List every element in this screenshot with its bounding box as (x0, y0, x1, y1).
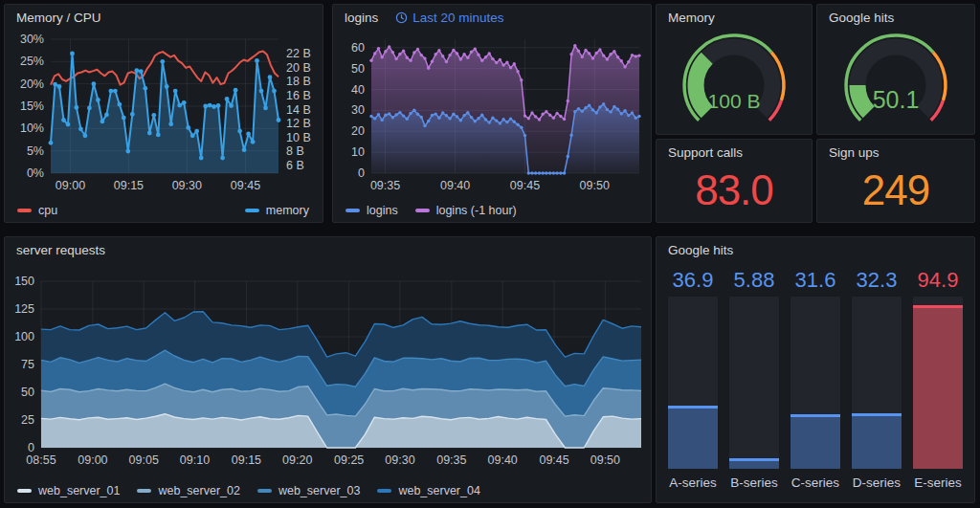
legend-item-web-server-04[interactable]: web_server_04 (377, 484, 479, 497)
data-point (122, 116, 126, 121)
legend-swatch (345, 209, 360, 212)
data-point (168, 121, 173, 126)
bar-value: 32.3 (852, 268, 902, 295)
data-point (459, 119, 462, 121)
data-point (49, 141, 54, 145)
y-axis-label: 5% (27, 144, 44, 158)
legend-item-logins-1-hour-[interactable]: logins (-1 hour) (415, 204, 517, 217)
panel-header-google-gauge[interactable]: Google hits (829, 11, 894, 25)
x-axis-label: 09:10 (180, 453, 210, 467)
bar-label: E-series (913, 469, 963, 495)
bar-d-series[interactable]: 32.3D-series (852, 268, 902, 495)
server-requests-chart[interactable]: 025507510012515008:5509:0009:0509:1009:1… (5, 237, 651, 502)
legend-item-web-server-03[interactable]: web_server_03 (257, 484, 360, 497)
data-point (577, 50, 580, 53)
bar-label: B-series (729, 469, 779, 495)
data-point (462, 53, 465, 55)
data-point (635, 117, 637, 120)
panel-title: Memory / CPU (16, 11, 101, 25)
data-point (229, 103, 234, 108)
right-axis-label: 12 B (286, 117, 311, 130)
x-axis-label: 09:30 (385, 453, 414, 467)
legend-item-cpu[interactable]: cpu (17, 204, 57, 217)
bar-value: 5.88 (729, 268, 779, 295)
data-point (402, 50, 405, 53)
data-point (177, 103, 182, 108)
data-point (591, 56, 594, 59)
bar-e-series[interactable]: 94.9E-series (913, 268, 963, 495)
data-point (559, 171, 562, 174)
y-axis-label: 0% (27, 166, 44, 180)
legend-label: web_server_03 (278, 484, 360, 497)
panel-header-support-calls[interactable]: Support calls (668, 145, 743, 160)
bar-a-series[interactable]: 36.9A-series (668, 268, 718, 495)
data-point (620, 112, 623, 115)
data-point (456, 52, 458, 55)
bar-c-series[interactable]: 31.6C-series (791, 268, 840, 495)
bar-label: A-series (668, 469, 718, 495)
legend-swatch (17, 209, 32, 212)
data-point (548, 171, 551, 174)
data-point (584, 49, 587, 52)
data-point (391, 51, 394, 54)
data-point (369, 115, 372, 118)
data-point (225, 97, 230, 101)
panel-title: Support calls (668, 145, 743, 160)
gauge-fill (696, 58, 707, 113)
panel-header-logins[interactable]: logins Last 20 minutes (345, 11, 504, 25)
x-axis-label: 09:45 (539, 453, 568, 467)
data-point (563, 171, 566, 174)
legend-label: web_server_04 (398, 484, 479, 497)
y-axis-label: 20 (351, 124, 365, 138)
data-point (437, 117, 440, 120)
data-point (369, 59, 372, 62)
data-point (377, 47, 380, 50)
legend-label: web_server_01 (38, 484, 120, 497)
legend-item-logins[interactable]: logins (345, 204, 398, 217)
panel-header-google-bars[interactable]: Google hits (668, 243, 733, 257)
support-calls-value: 83.0 (657, 163, 812, 218)
legend-item-web-server-01[interactable]: web_server_01 (17, 484, 120, 497)
data-point (234, 88, 238, 93)
data-point (513, 62, 516, 65)
bar-b-series[interactable]: 5.88B-series (729, 268, 779, 495)
data-point (416, 48, 419, 51)
panel-header-memory-gauge[interactable]: Memory (668, 11, 715, 25)
data-point (501, 118, 504, 121)
data-point (190, 133, 195, 138)
data-point (620, 59, 623, 62)
data-point (623, 65, 626, 68)
data-point (534, 115, 537, 118)
memory-cpu-chart[interactable]: 0%5%10%15%20%25%30%09:0009:1509:3009:452… (5, 5, 323, 222)
data-point (186, 125, 190, 130)
data-point (545, 110, 547, 113)
data-point (635, 55, 637, 57)
data-point (448, 54, 451, 56)
bar-value: 31.6 (791, 268, 840, 295)
y-axis-label: 25 (21, 413, 34, 427)
panel-header-server-requests[interactable]: server requests (16, 243, 105, 257)
data-point (612, 105, 615, 108)
data-point (416, 113, 419, 116)
data-point (598, 105, 601, 108)
data-point (78, 126, 83, 131)
data-point (452, 113, 455, 116)
bar-track (668, 297, 718, 469)
data-point (83, 133, 88, 138)
time-range-badge[interactable]: Last 20 minutes (395, 11, 503, 25)
legend-label: cpu (38, 204, 57, 217)
panel-sign-ups: Sign ups 249 (816, 139, 975, 223)
time-range-label: Last 20 minutes (412, 11, 503, 25)
legend-item-memory[interactable]: memory (245, 204, 309, 217)
logins-chart[interactable]: 010203040506009:3509:4009:4509:50 (333, 5, 651, 222)
data-point (484, 118, 487, 121)
data-point (495, 119, 498, 121)
data-point (452, 49, 455, 52)
data-point (569, 134, 572, 137)
y-axis-label: 15% (20, 99, 44, 113)
data-point (391, 116, 394, 119)
panel-header-sign-ups[interactable]: Sign ups (829, 145, 880, 160)
legend-item-web-server-02[interactable]: web_server_02 (137, 484, 239, 497)
data-point (567, 99, 569, 102)
panel-header-memory-cpu[interactable]: Memory / CPU (16, 11, 101, 25)
